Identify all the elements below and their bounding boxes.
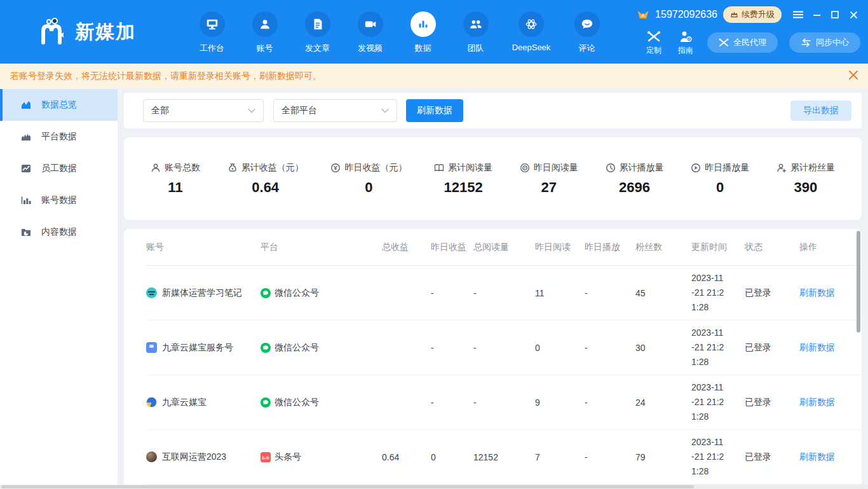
maximize-icon[interactable] — [828, 8, 842, 22]
sidebar-item-employee-data[interactable]: 员工数据 — [0, 153, 118, 184]
close-icon[interactable] — [846, 8, 860, 22]
account-name: 新媒体运营学习笔记 — [162, 287, 242, 299]
stat-total-reads: 累计阅读量 12152 — [434, 162, 492, 196]
wechat-icon — [261, 288, 271, 298]
nav-item-publish-article[interactable]: 发文章 — [291, 10, 344, 54]
banner-close-icon[interactable] — [848, 69, 859, 81]
nav-item-publish-video[interactable]: 发视频 — [344, 10, 397, 54]
stat-value: 0.64 — [252, 179, 279, 196]
fans-icon — [776, 163, 787, 173]
eye-icon — [520, 163, 530, 173]
main-content: 全部 全部平台 刷新数据 导出数据 — [118, 89, 868, 489]
refresh-data-button[interactable]: 刷新数据 — [406, 99, 463, 122]
customize-button[interactable]: 定制 — [644, 31, 664, 56]
col-yesterday-income: 昨日收益 — [431, 242, 473, 253]
platform-name: 头条号 — [275, 451, 301, 463]
stat-label: 账号总数 — [165, 162, 200, 174]
header-tools-row: 定制 指南 全民代理 — [644, 31, 860, 56]
content-data-icon — [20, 226, 32, 238]
stat-label: 累计阅读量 — [448, 162, 492, 174]
customize-label: 定制 — [646, 45, 661, 56]
chevron-down-icon — [248, 108, 255, 113]
wechat-icon — [261, 343, 271, 353]
nav-label: 团队 — [468, 43, 484, 54]
table-row: 新媒体运营学习笔记 微信公众号 - - 11 - 45 2023-11 -21 … — [146, 266, 862, 320]
nav-item-team[interactable]: 团队 — [449, 10, 502, 54]
refresh-row-link[interactable]: 刷新数据 — [799, 451, 857, 463]
platform-filter-select[interactable]: 全部平台 — [273, 99, 397, 122]
stat-value: 0 — [365, 179, 372, 196]
menu-icon[interactable] — [791, 8, 805, 22]
nav-item-workbench[interactable]: 工作台 — [186, 10, 238, 54]
account-avatar — [146, 342, 157, 353]
sidebar-item-account-data[interactable]: 账号数据 — [0, 184, 118, 216]
warning-banner: 若账号登录失效，将无法统计最新数据，请重新登录相关账号，刷新数据即可。 — [0, 64, 868, 89]
stat-value: 390 — [794, 179, 818, 196]
refresh-row-link[interactable]: 刷新数据 — [799, 342, 857, 354]
guide-icon — [679, 31, 693, 43]
stat-yesterday-reads: 昨日阅读量 27 — [520, 162, 578, 196]
app-header: 新媒加 工作台 账号 发文章 — [0, 0, 868, 64]
vip-badge-icon — [637, 9, 649, 20]
chevron-down-icon — [381, 108, 389, 113]
cell-yesterday-plays: - — [585, 397, 635, 408]
stat-label: 昨日收益（元） — [344, 162, 407, 174]
nav-label: 发视频 — [358, 43, 383, 54]
guide-button[interactable]: 指南 — [675, 31, 696, 56]
vertical-scrollbar[interactable] — [857, 231, 860, 333]
col-yesterday-plays: 昨日播放 — [585, 242, 635, 253]
sidebar-item-content-data[interactable]: 内容数据 — [0, 216, 118, 248]
employee-data-icon — [20, 163, 32, 174]
cell-updated: 2023-11 -21 21:2 1:28 — [691, 380, 732, 424]
filter-bar: 全部 全部平台 刷新数据 导出数据 — [124, 93, 862, 128]
national-agent-button[interactable]: 全民代理 — [707, 32, 778, 53]
nav-item-data[interactable]: 数据 — [397, 10, 449, 54]
sidebar-item-platform-data[interactable]: 平台数据 — [0, 121, 118, 153]
cell-fans: 24 — [635, 397, 691, 408]
play-icon — [691, 163, 701, 173]
nav-label: DeepSeek — [512, 43, 551, 52]
platform-data-icon — [20, 131, 32, 142]
sync-center-button[interactable]: 同步中心 — [789, 32, 860, 53]
cell-yesterday-income: - — [431, 397, 473, 408]
cell-updated: 2023-11 -21 21:2 1:28 — [691, 435, 732, 479]
user-phone: 15972092636 — [655, 9, 717, 20]
cell-updated: 2023-11 -21 21:2 1:28 — [691, 271, 732, 315]
coin-icon — [330, 163, 341, 173]
horizontal-scrollbar[interactable] — [1, 485, 694, 488]
stat-label: 昨日播放量 — [705, 162, 749, 174]
nav-item-account[interactable]: 账号 — [238, 10, 291, 54]
publish-video-icon — [358, 11, 383, 37]
renew-upgrade-button[interactable]: 续费升级 — [723, 6, 782, 23]
cell-yesterday-income: - — [431, 343, 473, 353]
minimize-icon[interactable] — [810, 8, 824, 22]
col-status: 状态 — [745, 242, 799, 253]
nav-item-deepseek[interactable]: DeepSeek — [502, 10, 560, 54]
col-yesterday-reads: 昨日阅读 — [535, 242, 585, 253]
cell-total-reads: - — [473, 343, 535, 353]
table-row: 互联网运营2023 头条 头条号 0.64 0 12152 7 - 79 202… — [146, 430, 862, 485]
account-filter-select[interactable]: 全部 — [143, 99, 264, 122]
cell-updated: 2023-11 -21 21:2 1:28 — [691, 326, 732, 369]
table-row: 九章云媒宝服务号 微信公众号 - - 0 - 30 2023-11 -21 21… — [146, 320, 862, 375]
account-icon — [252, 11, 278, 37]
sidebar-item-data-overview[interactable]: 数据总览 — [0, 89, 118, 121]
refresh-row-link[interactable]: 刷新数据 — [799, 287, 857, 299]
account-name: 互联网运营2023 — [162, 451, 226, 463]
cell-yesterday-reads: 11 — [535, 288, 585, 298]
export-data-button[interactable]: 导出数据 — [790, 100, 851, 121]
nav-item-comment[interactable]: 评论 — [560, 10, 613, 54]
stat-total-plays: 累计播放量 2696 — [606, 162, 664, 196]
cell-yesterday-reads: 0 — [535, 343, 585, 353]
moneybag-icon — [227, 163, 238, 173]
col-action: 操作 — [799, 242, 857, 253]
refresh-row-link[interactable]: 刷新数据 — [799, 397, 857, 408]
cell-fans: 79 — [635, 452, 691, 462]
cell-fans: 30 — [635, 343, 691, 353]
header-account-row: 15972092636 续费升级 — [637, 6, 860, 23]
status-badge: 已登录 — [745, 397, 799, 408]
nav-label: 评论 — [579, 43, 595, 54]
nav-label: 数据 — [415, 43, 431, 54]
stat-total-income: 累计收益（元） 0.64 — [227, 162, 304, 196]
accounts-table: 账号 平台 总收益 昨日收益 总阅读量 昨日阅读 昨日播放 粉丝数 更新时间 状… — [124, 229, 862, 489]
